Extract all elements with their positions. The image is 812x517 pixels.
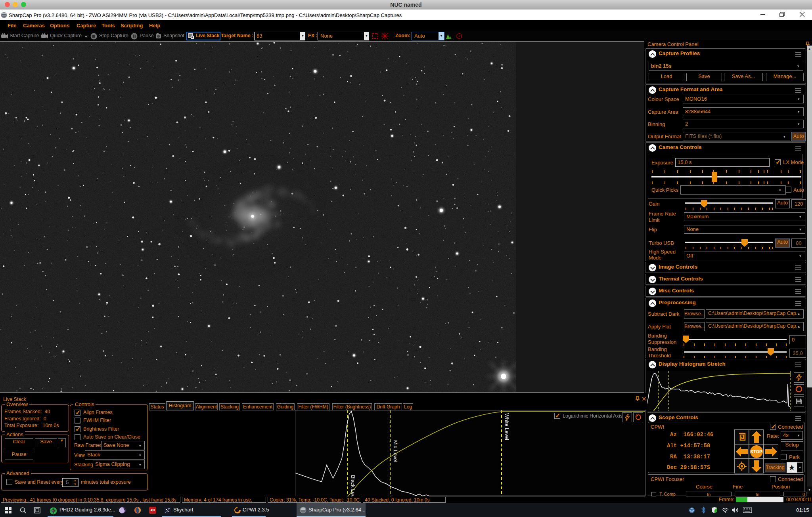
svg-text:Mid Level: Mid Level bbox=[393, 440, 398, 462]
svg-text:Black Level: Black Level bbox=[350, 475, 356, 496]
svg-text:White Level: White Level bbox=[504, 413, 510, 440]
svg-text:PG: PG bbox=[52, 510, 55, 512]
